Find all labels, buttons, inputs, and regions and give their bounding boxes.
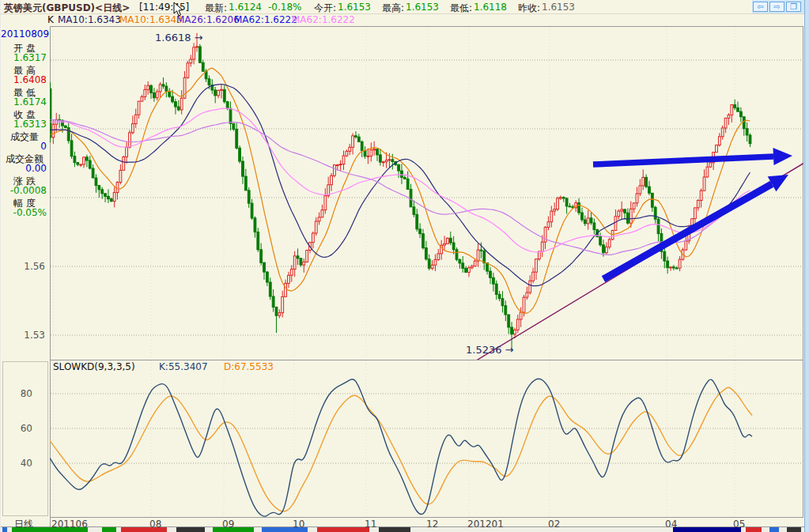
field-high-value: 1.6408 bbox=[1, 74, 47, 85]
k-line bbox=[50, 379, 752, 516]
period-box: 日线 bbox=[1, 518, 51, 526]
price-tick-label: 1.53 bbox=[1, 330, 45, 341]
legend-ma62b: MA62:1.6222 bbox=[292, 14, 355, 25]
symbol-title: 英镑美元(GBPUSD)<日线> bbox=[4, 2, 130, 15]
latest-value: 1.6124 bbox=[229, 2, 262, 13]
kd-axis-gutter bbox=[2, 361, 48, 516]
slowkd-chart-canvas[interactable] bbox=[50, 360, 803, 518]
drawn-arrows-layer bbox=[593, 148, 792, 279]
low-price-annotation: 1.5236 → bbox=[466, 344, 514, 356]
field-volume-value: 0 bbox=[1, 141, 47, 152]
prevclose-value: 1.6153 bbox=[542, 2, 575, 13]
trading-app-window: 英镑美元(GBPUSD)<日线> [11:49:45] 最新: 1.6124 -… bbox=[0, 0, 809, 532]
high-price-annotation: 1.6618 → bbox=[155, 32, 203, 43]
mouse-cursor bbox=[173, 2, 184, 17]
ma-line-ma10 bbox=[51, 68, 750, 313]
slowkd-k-value: K:55.3407 bbox=[159, 361, 208, 372]
ma-legend-row: K MA10:1.6343 MA10:1.6343 MA26:1.6206 MA… bbox=[1, 14, 804, 26]
ticker-fragment bbox=[787, 527, 801, 532]
ticker-fragment bbox=[746, 527, 762, 532]
ticker-fragment bbox=[262, 527, 308, 532]
legend-ma62a: MA62:1.6222 bbox=[234, 14, 297, 25]
sidebar-date: 20110809 bbox=[1, 28, 48, 40]
ticker-fragment bbox=[176, 527, 205, 532]
change-percent: -0.18% bbox=[268, 2, 301, 13]
candles-layer bbox=[50, 33, 751, 350]
cascade-windows-icon[interactable]: ❐ bbox=[786, 2, 801, 12]
open-label: 今开: bbox=[314, 2, 336, 15]
status-ticker-strip bbox=[1, 527, 804, 532]
latest-label: 最新: bbox=[205, 2, 227, 15]
open-value: 1.6153 bbox=[338, 2, 371, 13]
kd-tick-label: 40 bbox=[1, 458, 32, 469]
prevclose-label: 昨收: bbox=[518, 2, 540, 15]
quote-sidebar: 20110809 开 盘 1.6317 最 高 1.6408 最 低 1.617… bbox=[1, 26, 50, 360]
legend-ma10a: MA10:1.6343 bbox=[58, 14, 121, 25]
header-bar: 英镑美元(GBPUSD)<日线> [11:49:45] 最新: 1.6124 -… bbox=[1, 0, 804, 14]
legend-k: K bbox=[47, 14, 54, 25]
ticker-fragment bbox=[379, 527, 410, 532]
field-low-value: 1.6174 bbox=[1, 96, 47, 108]
ticker-fragment bbox=[317, 527, 369, 532]
d-line bbox=[50, 387, 752, 511]
slowkd-title: SLOWKD(9,3,3,5) bbox=[53, 361, 135, 372]
slowkd-header: SLOWKD(9,3,3,5) K:55.3407 D:67.5533 bbox=[1, 361, 396, 372]
field-open-value: 1.6317 bbox=[1, 52, 47, 63]
field-close-value: 1.6313 bbox=[1, 119, 47, 130]
window-right-edge bbox=[804, 0, 809, 532]
field-change-value: -0.0008 bbox=[1, 185, 47, 196]
field-range-value: -0.05% bbox=[1, 207, 47, 218]
window-button-strip: ⇦ ⇨ ❐ bbox=[752, 0, 804, 13]
ticker-fragment bbox=[2, 527, 7, 532]
high-label: 最高: bbox=[382, 2, 404, 15]
legend-ma26: MA26:1.6206 bbox=[176, 14, 240, 25]
arrow-head-0 bbox=[773, 148, 792, 165]
grid-layer bbox=[51, 27, 803, 359]
ticker-fragment bbox=[12, 527, 88, 532]
ma-line-ma62 bbox=[51, 119, 750, 255]
price-chart-canvas[interactable] bbox=[50, 26, 803, 360]
price-tick-label: 1.56 bbox=[1, 261, 45, 272]
forward-arrow-icon[interactable]: ⇨ bbox=[769, 2, 784, 12]
kd-tick-label: 60 bbox=[1, 423, 32, 434]
ticker-fragment bbox=[769, 527, 779, 532]
ticker-fragment bbox=[121, 527, 167, 532]
arrow-shaft-1 bbox=[603, 184, 772, 279]
ticker-fragment bbox=[673, 527, 741, 532]
arrow-shaft-0 bbox=[593, 157, 773, 164]
kd-tick-label: 80 bbox=[1, 388, 32, 399]
field-turnover-value: 0.00 bbox=[1, 163, 47, 174]
low-value: 1.6118 bbox=[474, 2, 507, 13]
ma-lines-layer bbox=[51, 68, 750, 313]
high-value: 1.6153 bbox=[406, 2, 439, 13]
slowkd-d-value: D:67.5533 bbox=[224, 361, 274, 372]
ticker-fragment bbox=[213, 527, 254, 532]
back-arrow-icon[interactable]: ⇦ bbox=[753, 2, 768, 12]
low-label: 最低: bbox=[450, 2, 472, 15]
ticker-fragment bbox=[102, 527, 116, 532]
